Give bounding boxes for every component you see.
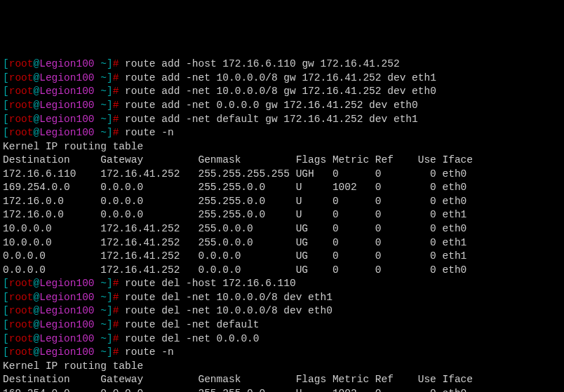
command-text: route del -host 172.16.6.110 bbox=[125, 278, 296, 289]
command-text: route -n bbox=[125, 346, 174, 358]
table-row: 10.0.0.0 172.16.41.252 255.0.0.0 UG 0 0 … bbox=[3, 236, 561, 250]
table-title: Kernel IP routing table bbox=[3, 140, 561, 154]
command-text: route add -net default gw 172.16.41.252 … bbox=[125, 114, 418, 125]
table-row: 172.16.6.110 172.16.41.252 255.255.255.2… bbox=[3, 168, 561, 182]
command-text: route del -net 10.0.0.0/8 dev eth1 bbox=[125, 292, 333, 303]
table-row: 10.0.0.0 172.16.41.252 255.0.0.0 UG 0 0 … bbox=[3, 222, 561, 236]
prompt-line: [root@Legion100 ~]# route del -host 172.… bbox=[3, 277, 561, 291]
prompt-line: [root@Legion100 ~]# route del -net 0.0.0… bbox=[3, 332, 561, 346]
command-text: route add -host 172.16.6.110 gw 172.16.4… bbox=[125, 58, 400, 69]
command-text: route add -net 10.0.0.0/8 gw 172.16.41.2… bbox=[125, 86, 436, 97]
table-title: Kernel IP routing table bbox=[3, 360, 561, 374]
table-row: 172.16.0.0 0.0.0.0 255.255.0.0 U 0 0 0 e… bbox=[3, 208, 561, 222]
table-row: 169.254.0.0 0.0.0.0 255.255.0.0 U 1002 0… bbox=[3, 181, 561, 195]
prompt-line: [root@Legion100 ~]# route del -net 10.0.… bbox=[3, 291, 561, 305]
table-row: 172.16.0.0 0.0.0.0 255.255.0.0 U 0 0 0 e… bbox=[3, 195, 561, 209]
terminal-output: [root@Legion100 ~]# route add -host 172.… bbox=[3, 58, 561, 392]
table-row: 169.254.0.0 0.0.0.0 255.255.0.0 U 1002 0… bbox=[3, 387, 561, 392]
prompt-line: [root@Legion100 ~]# route add -net 10.0.… bbox=[3, 72, 561, 86]
prompt-line: [root@Legion100 ~]# route add -net 10.0.… bbox=[3, 85, 561, 99]
table-header: Destination Gateway Genmask Flags Metric… bbox=[3, 373, 561, 387]
command-text: route del -net 10.0.0.0/8 dev eth0 bbox=[125, 305, 333, 316]
command-text: route del -net default bbox=[125, 319, 259, 330]
prompt-line: [root@Legion100 ~]# route add -host 172.… bbox=[3, 58, 561, 72]
table-row: 0.0.0.0 172.16.41.252 0.0.0.0 UG 0 0 0 e… bbox=[3, 264, 561, 278]
command-text: route del -net 0.0.0.0 bbox=[125, 333, 259, 344]
command-text: route -n bbox=[125, 127, 174, 138]
prompt-line: [root@Legion100 ~]# route del -net defau… bbox=[3, 318, 561, 332]
prompt-line: [root@Legion100 ~]# route add -net defau… bbox=[3, 113, 561, 127]
prompt-line: [root@Legion100 ~]# route del -net 10.0.… bbox=[3, 304, 561, 318]
prompt-line: [root@Legion100 ~]# route -n bbox=[3, 346, 561, 360]
table-header: Destination Gateway Genmask Flags Metric… bbox=[3, 154, 561, 168]
command-text: route add -net 0.0.0.0 gw 172.16.41.252 … bbox=[125, 100, 418, 111]
prompt-line: [root@Legion100 ~]# route -n bbox=[3, 126, 561, 140]
command-text: route add -net 10.0.0.0/8 gw 172.16.41.2… bbox=[125, 72, 436, 83]
table-row: 0.0.0.0 172.16.41.252 0.0.0.0 UG 0 0 0 e… bbox=[3, 250, 561, 264]
prompt-line: [root@Legion100 ~]# route add -net 0.0.0… bbox=[3, 99, 561, 113]
